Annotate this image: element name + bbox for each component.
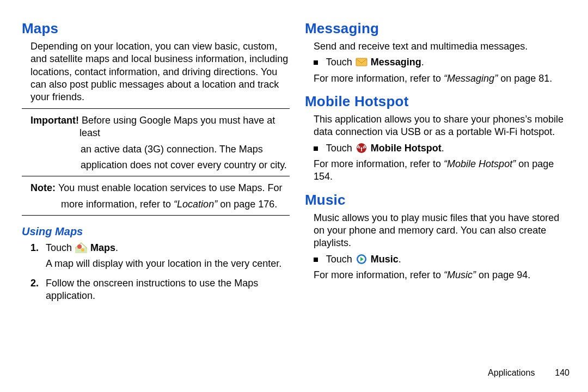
- heading-music: Music: [305, 191, 573, 210]
- note-text-2: more information, refer to: [61, 199, 174, 210]
- svg-rect-0: [75, 248, 87, 253]
- right-column: Messaging Send and receive text and mult…: [305, 20, 573, 381]
- heading-maps: Maps: [22, 20, 290, 38]
- rule: [22, 215, 290, 216]
- heading-messaging: Messaging: [305, 20, 573, 38]
- note-label: Note:: [30, 182, 58, 193]
- step-1-desc: A map will display with your location in…: [30, 258, 290, 270]
- music-p: Music allows you to play music files tha…: [305, 212, 573, 250]
- left-column: Maps Depending on your location, you can…: [22, 20, 290, 381]
- svg-point-3: [81, 248, 84, 252]
- music-touch-line: Touch Music.: [305, 253, 573, 266]
- step-2-number: 2.: [30, 277, 46, 290]
- note-line-1: Note: You must enable location services …: [30, 182, 290, 194]
- msg-ref-it: “Messaging”: [444, 73, 500, 84]
- note-ref: “Location”: [174, 199, 220, 210]
- rule: [22, 176, 290, 176]
- hotspot-p: This application allows you to share you…: [305, 113, 573, 139]
- hotspot-bold: Mobile Hotspot: [371, 143, 442, 154]
- messaging-touch: Touch: [326, 57, 355, 68]
- music-dot: .: [399, 254, 401, 265]
- important-text-2: an active data (3G) connection. The Maps: [30, 143, 290, 156]
- messaging-ref: For more information, refer to “Messagin…: [305, 72, 573, 85]
- steps: 1. Touch Maps. A map will display with: [22, 242, 290, 303]
- maps-paragraph: Depending on your location, you can view…: [22, 40, 290, 104]
- step-1-dot: .: [115, 242, 118, 253]
- messaging-p: Send and receive text and multimedia mes…: [305, 40, 573, 53]
- hot-ref-pre: For more information, refer to: [314, 158, 444, 169]
- messaging-icon: [356, 57, 367, 68]
- messaging-bold: Messaging: [371, 57, 421, 68]
- mus-ref-it: “Music”: [444, 270, 479, 280]
- step-1-body: Touch Maps.: [46, 242, 290, 254]
- footer-section: Applications: [488, 368, 535, 377]
- svg-rect-4: [356, 58, 367, 66]
- hotspot-dot: .: [442, 143, 444, 154]
- note-block: Note: You must enable location services …: [22, 182, 290, 211]
- bullet-icon: [314, 60, 318, 65]
- music-bold: Music: [371, 254, 399, 265]
- note-line-2: more information, refer to “Location” on…: [30, 198, 290, 211]
- svg-point-2: [77, 244, 82, 249]
- music-ref: For more information, refer to “Music” o…: [305, 269, 573, 281]
- music-icon: [356, 254, 367, 265]
- important-text-1: Before using Google Maps you must have a…: [79, 115, 275, 138]
- music-touch: Touch: [326, 254, 355, 265]
- hotspot-touch-line: Touch Mobile Hotspot.: [305, 142, 573, 155]
- hotspot-icon: [356, 143, 367, 154]
- rule: [22, 108, 290, 109]
- footer-page-number: 140: [555, 368, 569, 377]
- svg-rect-7: [361, 148, 362, 151]
- step-2: 2. Follow the onscreen instructions to u…: [30, 277, 290, 303]
- hotspot-touch: Touch: [326, 143, 355, 154]
- heading-mobile-hotspot: Mobile Hotspot: [305, 93, 573, 111]
- step-1: 1. Touch Maps.: [30, 242, 290, 254]
- note-text-3: on page 176.: [220, 199, 277, 210]
- step-1-number: 1.: [30, 242, 46, 254]
- msg-ref-post: on page 81.: [500, 73, 552, 84]
- step-1-maps: Maps: [90, 242, 115, 253]
- page-footer: Applications 140: [488, 367, 569, 379]
- step-2-text: Follow the onscreen instructions to use …: [46, 277, 290, 303]
- important-block: Important! Before using Google Maps you …: [22, 114, 290, 172]
- important-text-3: application does not cover every country…: [30, 159, 290, 171]
- important-line-1: Important! Before using Google Maps you …: [30, 114, 290, 140]
- important-label: Important!: [30, 115, 82, 126]
- mus-ref-post: on page 94.: [479, 270, 530, 280]
- heading-using-maps: Using Maps: [22, 224, 290, 238]
- messaging-touch-line: Touch Messaging.: [305, 56, 573, 69]
- messaging-dot: .: [421, 57, 424, 68]
- hot-ref-it: “Mobile Hotspot”: [444, 158, 518, 169]
- hotspot-ref: For more information, refer to “Mobile H…: [305, 158, 573, 183]
- msg-ref-pre: For more information, refer to: [314, 73, 444, 84]
- page: Maps Depending on your location, you can…: [0, 0, 588, 392]
- bullet-icon: [314, 258, 318, 262]
- mus-ref-pre: For more information, refer to: [314, 270, 444, 280]
- step-1-touch: Touch: [46, 242, 75, 253]
- bullet-icon: [314, 146, 318, 151]
- note-text-1: You must enable location services to use…: [58, 182, 283, 193]
- maps-icon: [75, 242, 87, 253]
